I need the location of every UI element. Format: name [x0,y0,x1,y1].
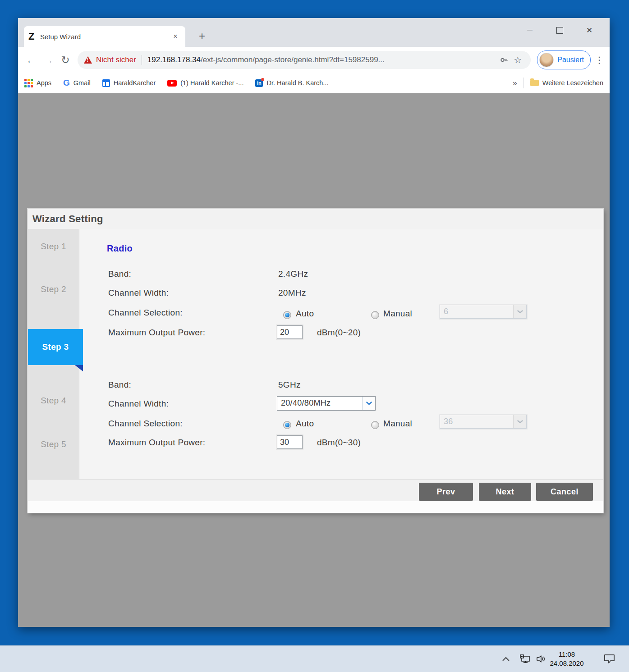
chevron-down-icon [513,305,526,318]
channel-selection-label-24: Channel Selection: [108,308,183,318]
channel-selection-label-5: Channel Selection: [108,419,183,429]
channel-manual-label-24: Manual [383,309,412,319]
channel-auto-label-5: Auto [296,419,314,429]
max-power-range-24: dBm(0~20) [317,328,361,338]
bookmark-apps[interactable]: Apps [24,79,51,87]
wizard-footer: Prev Next Cancel [28,479,603,513]
channel-select-24[interactable]: 6 [440,305,527,319]
step-3-tab-active[interactable]: Step 3 [28,329,83,365]
maximize-button[interactable] [545,21,574,40]
new-tab-button[interactable]: + [195,30,209,43]
band-label-5: Band: [108,380,131,390]
gmail-g-icon: G [63,78,70,88]
hidden-icons-chevron-up-icon[interactable] [499,646,513,672]
wizard-body: Step 1 Step 2 Step 4 Step 5 Step 3 Radio… [28,229,603,479]
url-path: /ext-js/common/page-store/genie.html?dt=… [201,55,385,64]
back-button[interactable]: ← [23,51,40,69]
step-1-tab[interactable]: Step 1 [28,242,79,251]
channel-select-5[interactable]: 36 [440,415,527,429]
taskbar-clock[interactable]: 11:08 24.08.2020 [540,646,594,672]
network-icon[interactable] [517,646,533,672]
maximize-icon [556,27,563,34]
channel-width-label-24: Channel Width: [108,288,169,298]
tab-strip: Z Setup Wizard × + ─ ✕ [18,18,610,47]
browser-toolbar: ← → ↻ Nicht sicher 192.168.178.34/ext-js… [18,47,610,73]
url-text: 192.168.178.34/ext-js/common/page-store/… [147,55,497,64]
channel-width-select-5[interactable]: 20/40/80MHz [277,396,376,411]
step-4-tab[interactable]: Step 4 [28,396,79,406]
zyxel-favicon-icon: Z [28,31,40,42]
channel-auto-radio-5[interactable] [283,421,291,429]
bookmark-youtube[interactable]: (1) Harald Karcher -... [167,79,243,87]
apps-grid-icon [24,79,33,87]
action-center-icon[interactable] [600,646,618,672]
minimize-button[interactable]: ─ [515,21,545,40]
chevron-down-icon [513,415,526,428]
channel-manual-radio-24[interactable] [371,311,379,319]
band-value-5: 5GHz [278,380,301,390]
band-value-24: 2.4GHz [278,269,308,279]
max-power-input-5[interactable] [277,435,303,449]
windows-taskbar: 11:08 24.08.2020 [0,645,629,672]
folder-icon [530,80,539,86]
window-controls: ─ ✕ [515,21,604,40]
max-power-label-5: Maximum Output Power: [108,438,205,448]
bookmark-linkedin[interactable]: in Dr. Harald B. Karch... [255,79,328,87]
band-label-24: Band: [108,269,131,279]
step-2-tab[interactable]: Step 2 [28,284,79,294]
wizard-header: Wizard Setting [28,209,603,229]
bookmarks-overflow-button[interactable]: » [513,78,517,88]
channel-auto-label-24: Auto [296,309,314,319]
tab-setup-wizard[interactable]: Z Setup Wizard × [24,26,185,47]
section-title-radio: Radio [107,243,133,254]
wizard-title: Wizard Setting [32,213,103,225]
password-key-icon[interactable] [497,53,511,67]
channel-width-value-24: 20MHz [278,288,306,298]
channel-width-label-5: Channel Width: [108,399,169,409]
bookmark-haraldkarcher[interactable]: HaraldKarcher [102,79,156,87]
profile-label: Pausiert [557,56,584,64]
bookmarks-bar: Apps G Gmail HaraldKarcher (1) Harald Ka… [18,73,610,93]
tab-close-icon[interactable]: × [170,31,181,42]
max-power-label-24: Maximum Output Power: [108,328,205,338]
taskbar-date: 24.08.2020 [550,659,583,668]
max-power-range-5: dBm(0~30) [317,438,361,448]
next-button[interactable]: Next [479,483,531,501]
channel-manual-label-5: Manual [383,419,412,429]
step-3-fold-decoration [75,365,83,371]
step-5-tab[interactable]: Step 5 [28,439,79,449]
taskbar-time: 11:08 [559,650,575,659]
avatar [539,53,554,67]
linkedin-icon: in [255,79,263,87]
tab-title: Setup Wizard [40,33,170,41]
wizard-setting-panel: Wizard Setting Step 1 Step 2 Step 4 Step… [28,209,603,512]
max-power-input-24[interactable] [277,325,303,339]
other-bookmarks-button[interactable]: Weitere Lesezeichen [530,79,603,87]
address-bar[interactable]: Nicht sicher 192.168.178.34/ext-js/commo… [78,51,531,69]
desktop: { "taskbar": { "time": "11:08", "date": … [0,0,629,672]
security-label: Nicht sicher [96,55,136,64]
forward-button[interactable]: → [40,51,57,69]
cancel-button[interactable]: Cancel [536,483,593,501]
channel-auto-radio-24[interactable] [283,311,291,319]
profile-button[interactable]: Pausiert [537,50,591,69]
chevron-down-icon [362,397,375,410]
page-viewport: Wizard Setting Step 1 Step 2 Step 4 Step… [18,93,610,627]
bookmark-gmail[interactable]: G Gmail [63,78,91,88]
browser-menu-button[interactable]: ⋮ [593,55,605,65]
website-layout-icon [102,79,110,87]
not-secure-warning-icon [84,56,92,64]
reload-button[interactable]: ↻ [57,51,74,69]
youtube-icon [167,80,177,87]
url-separator [142,55,142,65]
close-window-button[interactable]: ✕ [574,21,604,40]
prev-button[interactable]: Prev [419,483,473,501]
channel-manual-radio-5[interactable] [371,421,379,429]
bookmark-star-icon[interactable]: ☆ [511,53,524,67]
browser-window: Z Setup Wizard × + ─ ✕ ← → ↻ Nicht siche… [18,18,610,627]
bookmarks-separator [523,78,524,88]
url-domain: 192.168.178.34 [147,55,201,64]
